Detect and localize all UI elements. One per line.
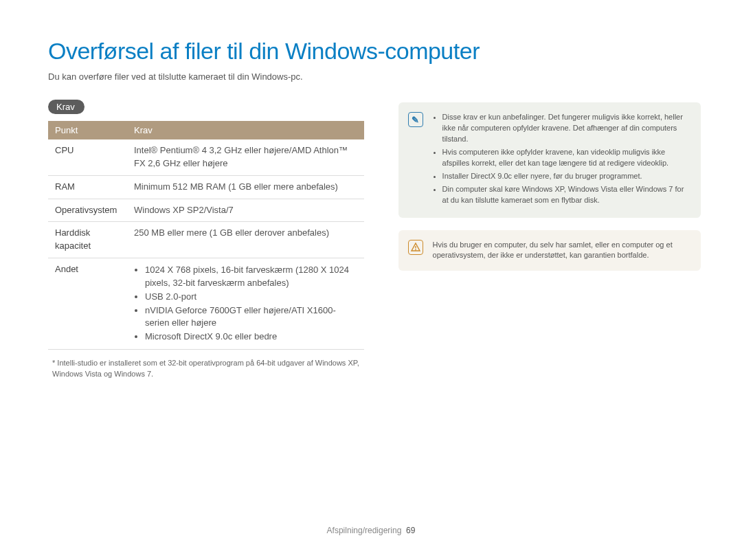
row-label: CPU bbox=[48, 139, 127, 175]
table-head-krav: Krav bbox=[127, 121, 364, 139]
table-row: Harddisk kapacitet 250 MB eller mere (1 … bbox=[48, 222, 364, 258]
other-item: Microsoft DirectX 9.0c eller bedre bbox=[145, 331, 357, 344]
row-value: 1024 X 768 pixels, 16-bit farveskærm (12… bbox=[127, 258, 364, 350]
info-item: Din computer skal køre Windows XP, Windo… bbox=[442, 184, 690, 206]
right-column: ✎ Disse krav er kun anbefalinger. Det fu… bbox=[398, 100, 701, 379]
warning-note: Hvis du bruger en computer, du selv har … bbox=[398, 230, 701, 271]
row-value: Intel® Pentium® 4 3,2 GHz eller højere/A… bbox=[127, 139, 364, 175]
page-title: Overførsel af filer til din Windows-comp… bbox=[48, 38, 701, 65]
table-row: Operativsystem Windows XP SP2/Vista/7 bbox=[48, 199, 364, 222]
table-footnote: * Intelli-studio er installeret som et 3… bbox=[48, 358, 364, 379]
warning-icon bbox=[408, 240, 423, 255]
table-row: Andet 1024 X 768 pixels, 16-bit farveskæ… bbox=[48, 258, 364, 350]
svg-point-2 bbox=[415, 249, 416, 250]
row-value: Windows XP SP2/Vista/7 bbox=[127, 199, 364, 222]
info-item: Installer DirectX 9.0c eller nyere, før … bbox=[442, 171, 690, 182]
table-row: RAM Minimum 512 MB RAM (1 GB eller mere … bbox=[48, 175, 364, 199]
left-column: Krav Punkt Krav CPU Intel® Pentium® 4 3,… bbox=[48, 100, 364, 379]
page-footer: Afspilning/redigering 69 bbox=[0, 526, 742, 535]
info-item: Hvis computeren ikke opfylder kravene, k… bbox=[442, 147, 690, 169]
section-badge: Krav bbox=[48, 100, 85, 114]
other-item: USB 2.0-port bbox=[145, 291, 357, 304]
page-subtitle: Du kan overføre filer ved at tilslutte k… bbox=[48, 71, 701, 82]
info-note: ✎ Disse krav er kun anbefalinger. Det fu… bbox=[398, 102, 701, 218]
row-label: Harddisk kapacitet bbox=[48, 222, 127, 258]
footer-section: Afspilning/redigering bbox=[327, 526, 402, 535]
requirements-table: Punkt Krav CPU Intel® Pentium® 4 3,2 GHz… bbox=[48, 121, 364, 350]
info-icon: ✎ bbox=[408, 112, 423, 127]
footer-page-number: 69 bbox=[406, 526, 415, 535]
row-label: Operativsystem bbox=[48, 199, 127, 222]
other-item: nVIDIA Geforce 7600GT eller højere/ATI X… bbox=[145, 304, 357, 331]
other-item: 1024 X 768 pixels, 16-bit farveskærm (12… bbox=[145, 264, 357, 290]
row-label: RAM bbox=[48, 175, 127, 199]
warning-text: Hvis du bruger en computer, du selv har … bbox=[433, 240, 690, 262]
info-item: Disse krav er kun anbefalinger. Det fung… bbox=[442, 112, 690, 145]
table-row: CPU Intel® Pentium® 4 3,2 GHz eller høje… bbox=[48, 139, 364, 175]
row-label: Andet bbox=[48, 258, 127, 350]
row-value: Minimum 512 MB RAM (1 GB eller mere anbe… bbox=[127, 175, 364, 199]
table-head-punkt: Punkt bbox=[48, 121, 127, 139]
row-value: 250 MB eller mere (1 GB eller derover an… bbox=[127, 222, 364, 258]
